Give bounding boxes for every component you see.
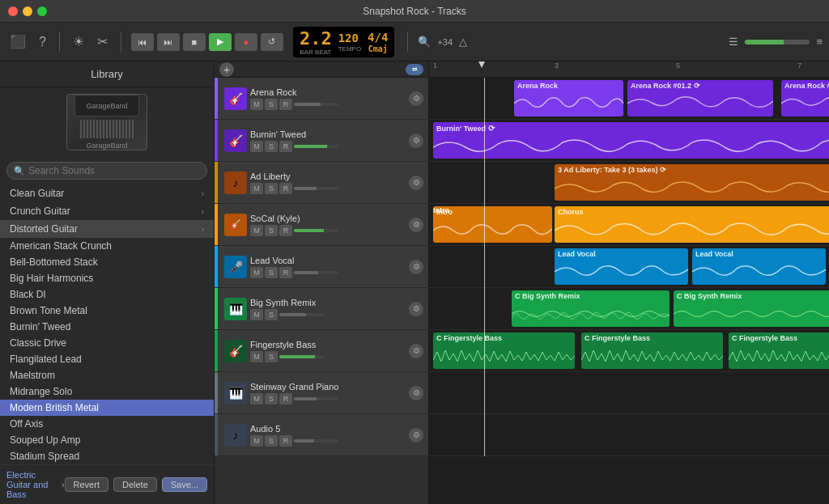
footer-category-label[interactable]: Electric Guitar and Bass xyxy=(6,470,62,499)
clip-chorus[interactable]: Chorus xyxy=(555,206,829,243)
volume-slider[interactable] xyxy=(279,313,324,316)
sub-burnin-tweed[interactable]: Burnin' Tweed xyxy=(0,319,214,335)
clip-arena-rock-1[interactable]: Arena Rock xyxy=(514,80,623,116)
mute-button[interactable]: M xyxy=(250,393,263,404)
smart-button[interactable]: ⇄ xyxy=(406,64,423,75)
tuner-icon[interactable]: △ xyxy=(459,36,467,48)
record-enable-button[interactable]: R xyxy=(279,435,292,447)
add-track-button[interactable]: + xyxy=(219,62,234,77)
clip-ad-liberty[interactable]: 3 Ad Liberty: Take 3 (3 takes) ⟳ xyxy=(555,164,829,201)
window-controls[interactable] xyxy=(8,6,47,16)
smart-controls-icon[interactable]: ☀ xyxy=(70,31,87,53)
cat-crunch-guitar[interactable]: Crunch Guitar › xyxy=(0,202,214,220)
volume-slider[interactable] xyxy=(294,103,338,106)
record-enable-button[interactable]: R xyxy=(279,267,292,278)
track-end-button[interactable]: ⚙ xyxy=(409,428,423,443)
clip-fingerstyle-2[interactable]: C Fingerstyle Bass xyxy=(581,332,723,369)
record-enable-button[interactable]: R xyxy=(279,141,292,152)
sub-flangilated[interactable]: Flangilated Lead xyxy=(0,351,214,367)
sub-midrange[interactable]: Midrange Solo xyxy=(0,383,214,400)
record-enable-button[interactable]: R xyxy=(279,183,292,194)
solo-button[interactable]: S xyxy=(265,225,278,236)
mute-button[interactable]: M xyxy=(250,183,263,194)
search-box[interactable]: 🔍 xyxy=(6,162,207,180)
close-button[interactable] xyxy=(8,6,18,16)
clip-lead-vocal-1[interactable]: Lead Vocal xyxy=(555,248,688,285)
record-enable-button[interactable]: R xyxy=(279,99,292,110)
clip-big-synth-2[interactable]: C Big Synth Remix xyxy=(674,290,829,327)
delete-button[interactable]: Delete xyxy=(113,477,157,492)
track-end-button[interactable]: ⚙ xyxy=(409,386,423,400)
track-end-button[interactable]: ⚙ xyxy=(409,176,423,190)
sub-souped-up[interactable]: Souped Up Amp xyxy=(0,432,214,448)
note-pad-icon[interactable]: ≡ xyxy=(816,36,823,48)
play-button[interactable]: ▶ xyxy=(209,33,232,51)
mute-button[interactable]: M xyxy=(250,309,263,320)
sub-bell-bottomed[interactable]: Bell-Bottomed Stack xyxy=(0,254,214,270)
library-icon[interactable]: ⬛ xyxy=(6,31,29,53)
track-end-button[interactable]: ⚙ xyxy=(409,91,423,106)
track-end-button[interactable]: ⚙ xyxy=(409,133,423,148)
solo-button[interactable]: S xyxy=(265,183,278,194)
volume-slider[interactable] xyxy=(294,145,338,148)
volume-slider[interactable] xyxy=(294,397,338,400)
sub-maelstrom[interactable]: Maelstrom xyxy=(0,367,214,383)
clip-arena-rock-3[interactable]: Arena Rock #01.3 ⟳ xyxy=(781,80,829,116)
clip-burnin-tweed[interactable]: Burnin' Tweed⟳ xyxy=(433,122,829,159)
solo-button[interactable]: S xyxy=(265,99,278,110)
solo-button[interactable]: S xyxy=(265,141,278,152)
solo-button[interactable]: S xyxy=(265,435,278,447)
forward-button[interactable]: ⏭ xyxy=(157,33,180,51)
cat-distorted-guitar[interactable]: Distorted Guitar › xyxy=(0,220,214,238)
cycle-button[interactable]: ↺ xyxy=(261,33,283,51)
search-input[interactable] xyxy=(28,165,200,176)
mute-button[interactable]: M xyxy=(250,351,263,362)
sub-brown-tone[interactable]: Brown Tone Metal xyxy=(0,303,214,319)
scissors-icon[interactable]: ✂ xyxy=(94,31,111,53)
record-button[interactable]: ● xyxy=(235,33,257,51)
stop-button[interactable]: ■ xyxy=(183,33,206,51)
sub-big-hair[interactable]: Big Hair Harmonics xyxy=(0,270,214,286)
sub-modern-british[interactable]: Modern British Metal xyxy=(0,400,214,416)
minimize-button[interactable] xyxy=(23,6,32,16)
sub-off-axis[interactable]: Off Axis xyxy=(0,416,214,432)
mute-button[interactable]: M xyxy=(250,141,263,152)
solo-button[interactable]: S xyxy=(265,393,278,404)
solo-button[interactable]: S xyxy=(265,309,278,320)
volume-slider[interactable] xyxy=(294,439,338,443)
mute-button[interactable]: M xyxy=(250,225,263,236)
volume-slider[interactable] xyxy=(294,229,338,232)
track-end-button[interactable]: ⚙ xyxy=(409,344,423,358)
revert-button[interactable]: Revert xyxy=(65,477,108,492)
sub-classic-drive[interactable]: Classic Drive xyxy=(0,335,214,351)
mute-button[interactable]: M xyxy=(250,435,263,447)
clip-big-synth-1[interactable]: C Big Synth Remix xyxy=(512,290,670,327)
search-icon[interactable]: 🔍 xyxy=(418,36,431,48)
help-icon[interactable]: ? xyxy=(36,32,49,53)
track-end-button[interactable]: ⚙ xyxy=(409,260,423,274)
mute-button[interactable]: M xyxy=(250,99,263,110)
track-end-button[interactable]: ⚙ xyxy=(409,218,423,232)
clip-intro[interactable]: Intro xyxy=(433,206,552,243)
track-end-button[interactable]: ⚙ xyxy=(409,302,423,316)
clip-arena-rock-2[interactable]: Arena Rock #01.2 ⟳ xyxy=(627,80,773,116)
volume-slider[interactable] xyxy=(294,187,338,190)
record-enable-button[interactable]: R xyxy=(279,225,292,236)
clip-fingerstyle-1[interactable]: C Fingerstyle Bass xyxy=(433,332,575,369)
mixer-icon[interactable]: ☰ xyxy=(729,36,738,48)
sub-black-di[interactable]: Black DI xyxy=(0,286,214,303)
clip-lead-vocal-2[interactable]: Lead Vocal xyxy=(692,248,826,285)
volume-slider[interactable] xyxy=(279,355,324,358)
solo-button[interactable]: S xyxy=(265,351,278,362)
cat-clean-guitar[interactable]: Clean Guitar › xyxy=(0,184,214,202)
rewind-button[interactable]: ⏮ xyxy=(131,33,154,51)
volume-slider[interactable] xyxy=(294,271,338,274)
save-button[interactable]: Save... xyxy=(162,477,207,492)
record-enable-button[interactable]: R xyxy=(279,393,292,404)
mute-button[interactable]: M xyxy=(250,267,263,278)
maximize-button[interactable] xyxy=(37,6,47,16)
solo-button[interactable]: S xyxy=(265,267,278,278)
master-volume[interactable] xyxy=(745,40,810,44)
sub-american-stack[interactable]: American Stack Crunch xyxy=(0,238,214,254)
sub-stadium[interactable]: Stadium Spread xyxy=(0,448,214,464)
